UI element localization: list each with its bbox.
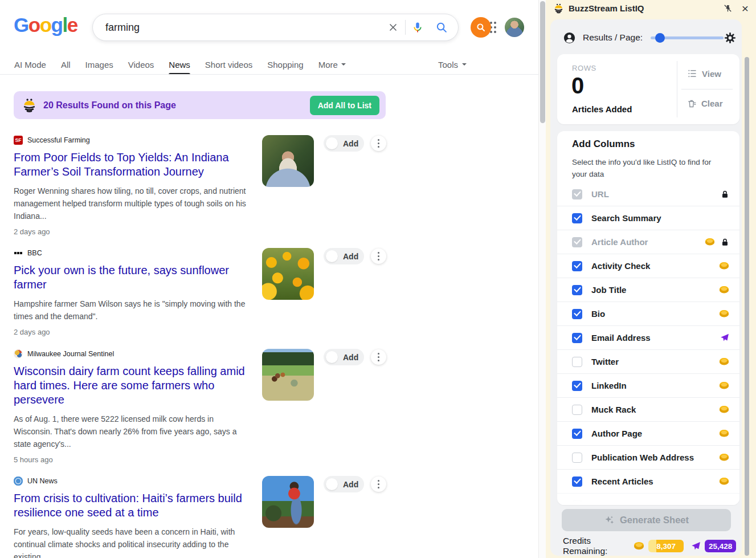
- google-logo[interactable]: Google: [14, 13, 77, 38]
- page-scrollbar[interactable]: [538, 0, 546, 558]
- column-row-job-title[interactable]: Job Title: [557, 278, 739, 302]
- google-news-page: Google farming AI ModeAllImagesVideosNew…: [0, 0, 538, 558]
- search-icon[interactable]: [430, 15, 453, 40]
- result-thumbnail-bearded-farmer-portrait[interactable]: [262, 135, 314, 187]
- generate-sheet-label: Generate Sheet: [620, 515, 689, 526]
- more-options-icon[interactable]: [371, 249, 386, 264]
- buzzstream-extension-icon[interactable]: [471, 17, 491, 38]
- tab-videos[interactable]: Videos: [121, 60, 162, 70]
- unpin-icon[interactable]: [723, 3, 733, 13]
- checkbox-recent-articles[interactable]: [572, 476, 582, 487]
- email-credits-badge: 25,428: [705, 540, 736, 552]
- checkbox-activity-check[interactable]: [572, 261, 582, 271]
- column-row-bio[interactable]: Bio: [557, 302, 739, 326]
- add-button-label: Add: [343, 353, 358, 362]
- account-icon[interactable]: [563, 31, 576, 44]
- add-article-button[interactable]: Add: [324, 135, 364, 152]
- clear-search-icon[interactable]: [381, 15, 405, 40]
- result-timestamp: 2 days ago: [14, 328, 386, 336]
- column-row-recent-articles[interactable]: Recent Articles: [557, 470, 739, 494]
- column-label: Activity Check: [591, 261, 650, 271]
- column-row-country-publication[interactable]: Country (Publication): [557, 494, 739, 505]
- clear-button-label: Clear: [701, 99, 723, 108]
- search-input[interactable]: farming: [105, 22, 381, 34]
- result-thumbnail-dairy-cows-pasture[interactable]: [262, 349, 314, 401]
- add-article-button[interactable]: Add: [324, 349, 364, 365]
- checkbox-search-summary[interactable]: [572, 213, 582, 223]
- column-icons: [719, 429, 729, 438]
- column-row-twitter[interactable]: Twitter: [557, 350, 739, 374]
- generate-sheet-button[interactable]: Generate Sheet: [562, 509, 731, 531]
- column-label: LinkedIn: [591, 381, 627, 390]
- column-row-author-page[interactable]: Author Page: [557, 422, 739, 446]
- checkbox-job-title[interactable]: [572, 285, 582, 295]
- tab-ai-mode[interactable]: AI Mode: [7, 60, 54, 70]
- column-icons: [721, 190, 729, 199]
- page-scrollbar-thumb[interactable]: [540, 1, 545, 123]
- results-per-page-slider[interactable]: [651, 33, 724, 43]
- rows-summary-card: ROWS 0 Articles Added View Clear: [557, 54, 739, 124]
- result-thumbnail-sunflower-field[interactable]: [262, 248, 314, 300]
- column-row-linkedin[interactable]: LinkedIn: [557, 374, 739, 398]
- checkbox-publication-web-address[interactable]: [572, 453, 582, 463]
- tools-label: Tools: [438, 60, 458, 70]
- coin-icon: [719, 357, 729, 366]
- add-article-button[interactable]: Add: [324, 248, 364, 264]
- tab-news[interactable]: News: [161, 60, 198, 70]
- add-columns-subtitle: Select the info you'd like ListIQ to fin…: [572, 156, 725, 180]
- add-article-button[interactable]: Add: [324, 476, 364, 492]
- column-row-search-summary[interactable]: Search Summary: [557, 206, 739, 230]
- bee-icon: [22, 97, 37, 113]
- panel-scrollbar[interactable]: [745, 57, 749, 556]
- more-options-icon[interactable]: [371, 136, 386, 151]
- tab-shopping[interactable]: Shopping: [260, 60, 310, 70]
- result-timestamp: 5 hours ago: [14, 455, 386, 464]
- mic-icon[interactable]: [406, 15, 430, 40]
- more-options-icon[interactable]: [371, 476, 386, 492]
- more-options-icon[interactable]: [371, 349, 386, 365]
- clear-button[interactable]: Clear: [684, 95, 736, 111]
- checkbox-country-publication[interactable]: [572, 500, 582, 506]
- view-button[interactable]: View: [684, 66, 736, 82]
- checkbox-linkedin[interactable]: [572, 381, 582, 391]
- coin-icon: [719, 286, 729, 294]
- divider: [681, 89, 733, 89]
- result-title-link[interactable]: From Poor Fields to Top Yields: An India…: [14, 150, 250, 179]
- column-icons: [720, 333, 729, 343]
- slider-thumb[interactable]: [655, 33, 665, 43]
- column-row-activity-check[interactable]: Activity Check: [557, 254, 739, 278]
- column-row-email-address[interactable]: Email Address: [557, 326, 739, 350]
- search-box[interactable]: farming: [92, 14, 459, 41]
- add-toggle-knob: [326, 250, 338, 262]
- checkbox-email-address[interactable]: [572, 333, 582, 343]
- close-panel-icon[interactable]: ×: [742, 2, 749, 14]
- coin-icon: [719, 381, 729, 390]
- column-row-publication-web-address[interactable]: Publication Web Address: [557, 446, 739, 470]
- column-row-muck-rack[interactable]: Muck Rack: [557, 398, 739, 422]
- tools-button[interactable]: Tools: [431, 60, 474, 70]
- tab-all[interactable]: All: [54, 60, 78, 70]
- tab-more[interactable]: More: [311, 60, 353, 70]
- column-label: Country (Publication): [591, 500, 679, 505]
- result-title-link[interactable]: Wisconsin dairy farm count keeps falling…: [14, 364, 250, 407]
- checkbox-url[interactable]: [572, 189, 582, 199]
- tab-label: Videos: [128, 60, 154, 70]
- column-row-url[interactable]: URL: [557, 182, 739, 206]
- checkbox-twitter[interactable]: [572, 357, 582, 367]
- profile-avatar[interactable]: [505, 18, 524, 37]
- add-all-to-list-button[interactable]: Add All to List: [310, 96, 379, 115]
- checkbox-article-author[interactable]: [572, 237, 582, 247]
- tab-images[interactable]: Images: [78, 60, 121, 70]
- checkbox-muck-rack[interactable]: [572, 405, 582, 415]
- column-row-article-author[interactable]: Article Author: [557, 230, 739, 254]
- result-title-link[interactable]: Pick your own is the future, says sunflo…: [14, 263, 250, 292]
- settings-gear-icon[interactable]: [724, 32, 736, 44]
- tab-short-videos[interactable]: Short videos: [198, 60, 260, 70]
- column-label: Author Page: [591, 429, 642, 438]
- column-label: Email Address: [591, 333, 651, 343]
- checkbox-author-page[interactable]: [572, 429, 582, 439]
- result-title-link[interactable]: From crisis to cultivation: Haiti’s farm…: [14, 491, 250, 520]
- checkbox-bio[interactable]: [572, 309, 582, 319]
- news-result: Milwaukee Journal SentinelWisconsin dair…: [14, 349, 386, 464]
- result-thumbnail-haiti-farmer-field[interactable]: [262, 476, 314, 528]
